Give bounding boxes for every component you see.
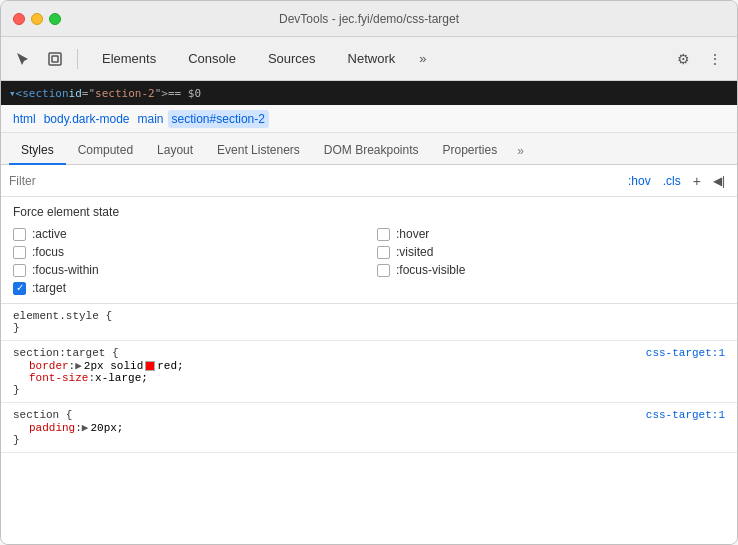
element-style-close: }	[13, 322, 20, 334]
toggle-sidebar-button[interactable]: ◀|	[709, 172, 729, 190]
element-attr-id: id	[69, 87, 82, 100]
padding-value: 20px;	[90, 422, 123, 434]
font-size-colon: :	[88, 372, 95, 384]
padding-colon: :	[75, 422, 82, 434]
breadcrumb-body[interactable]: body.dark-mode	[40, 110, 134, 128]
tab-network[interactable]: Network	[332, 45, 412, 72]
state-target-checkbox[interactable]	[13, 282, 26, 295]
subtab-styles[interactable]: Styles	[9, 137, 66, 165]
breadcrumb-html[interactable]: html	[9, 110, 40, 128]
svg-rect-0	[49, 53, 61, 65]
styles-panel: Force element state :active :hover :focu…	[1, 197, 737, 544]
breadcrumb-main[interactable]: main	[134, 110, 168, 128]
settings-icon[interactable]: ⚙	[669, 45, 697, 73]
subtab-properties[interactable]: Properties	[431, 137, 510, 165]
state-focus-visible-item: :focus-visible	[377, 263, 725, 277]
font-size-property-line: font-size : x-large;	[13, 372, 725, 384]
element-style-header: element.style {	[13, 310, 725, 322]
font-size-prop-name: font-size	[29, 372, 88, 384]
filter-bar: :hov .cls + ◀|	[1, 165, 737, 197]
state-hover-checkbox[interactable]	[377, 228, 390, 241]
subtabs-more-icon[interactable]: »	[509, 140, 532, 162]
state-focus-visible-label: :focus-visible	[396, 263, 465, 277]
border-value-after: red;	[157, 360, 183, 372]
section-selector: section {	[13, 409, 72, 421]
tab-elements[interactable]: Elements	[86, 45, 172, 72]
red-color-swatch[interactable]	[145, 361, 155, 371]
traffic-lights	[13, 13, 61, 25]
padding-expand-icon[interactable]: ▶	[82, 421, 89, 434]
font-size-value: x-large;	[95, 372, 148, 384]
state-focus-within-checkbox[interactable]	[13, 264, 26, 277]
subtab-layout[interactable]: Layout	[145, 137, 205, 165]
element-equals: == $0	[168, 87, 201, 100]
force-state-section: Force element state :active :hover :focu…	[1, 197, 737, 304]
hov-button[interactable]: :hov	[624, 172, 655, 190]
element-style-rule: element.style { }	[1, 304, 737, 341]
state-focus-label: :focus	[32, 245, 64, 259]
cls-button[interactable]: .cls	[659, 172, 685, 190]
section-close: }	[13, 434, 20, 446]
state-visited-checkbox[interactable]	[377, 246, 390, 259]
filter-actions: :hov .cls + ◀|	[624, 171, 729, 191]
section-target-close: }	[13, 384, 20, 396]
tab-console[interactable]: Console	[172, 45, 252, 72]
svg-rect-1	[52, 56, 58, 62]
state-active-item: :active	[13, 227, 361, 241]
border-value-before: 2px solid	[84, 360, 143, 372]
tab-sources[interactable]: Sources	[252, 45, 332, 72]
breadcrumb-section[interactable]: section#section-2	[168, 110, 269, 128]
minimize-button[interactable]	[31, 13, 43, 25]
state-focus-checkbox[interactable]	[13, 246, 26, 259]
border-colon: :	[69, 360, 76, 372]
toolbar-divider-1	[77, 49, 78, 69]
section-target-header: section:target { css-target:1	[13, 347, 725, 359]
border-prop-name: border	[29, 360, 69, 372]
subtab-computed[interactable]: Computed	[66, 137, 145, 165]
element-path: ▾<section	[9, 87, 69, 100]
maximize-button[interactable]	[49, 13, 61, 25]
element-attr-value: section-2	[95, 87, 155, 100]
section-header: section { css-target:1	[13, 409, 725, 421]
close-button[interactable]	[13, 13, 25, 25]
cursor-tool-icon[interactable]	[9, 45, 37, 73]
section-source[interactable]: css-target:1	[646, 409, 725, 421]
state-focus-within-item: :focus-within	[13, 263, 361, 277]
inspect-box-icon[interactable]	[41, 45, 69, 73]
more-options-icon[interactable]: ⋮	[701, 45, 729, 73]
main-toolbar: Elements Console Sources Network » ⚙ ⋮	[1, 37, 737, 81]
state-target-item: :target	[13, 281, 361, 295]
breadcrumb-bar: html body.dark-mode main section#section…	[1, 105, 737, 133]
element-info-bar: ▾<section id="section-2"> == $0	[1, 81, 737, 105]
section-target-source[interactable]: css-target:1	[646, 347, 725, 359]
state-visited-item: :visited	[377, 245, 725, 259]
toolbar-right: ⚙ ⋮	[669, 45, 729, 73]
main-tabs: Elements Console Sources Network »	[86, 45, 435, 72]
section-rule: section { css-target:1 padding : ▶ 20px;…	[1, 403, 737, 453]
state-active-label: :active	[32, 227, 67, 241]
add-rule-button[interactable]: +	[689, 171, 705, 191]
state-hover-item: :hover	[377, 227, 725, 241]
subtabs: Styles Computed Layout Event Listeners D…	[1, 133, 737, 165]
subtab-dom-breakpoints[interactable]: DOM Breakpoints	[312, 137, 431, 165]
element-style-selector: element.style {	[13, 310, 112, 322]
title-bar: DevTools - jec.fyi/demo/css-target	[1, 1, 737, 37]
force-state-title: Force element state	[13, 205, 725, 219]
force-state-grid: :active :hover :focus :visited :focus-wi…	[13, 227, 725, 295]
toolbar-more-icon[interactable]: »	[411, 47, 434, 70]
state-hover-label: :hover	[396, 227, 429, 241]
section-target-rule: section:target { css-target:1 border : ▶…	[1, 341, 737, 403]
padding-prop-name: padding	[29, 422, 75, 434]
filter-input[interactable]	[9, 174, 616, 188]
padding-property-line: padding : ▶ 20px;	[13, 421, 725, 434]
border-property-line: border : ▶ 2px solid red;	[13, 359, 725, 372]
css-rules: element.style { } section:target { css-t…	[1, 304, 737, 453]
section-target-selector: section:target {	[13, 347, 119, 359]
state-focus-item: :focus	[13, 245, 361, 259]
border-expand-icon[interactable]: ▶	[75, 359, 82, 372]
state-active-checkbox[interactable]	[13, 228, 26, 241]
subtab-event-listeners[interactable]: Event Listeners	[205, 137, 312, 165]
state-visited-label: :visited	[396, 245, 433, 259]
window-title: DevTools - jec.fyi/demo/css-target	[279, 12, 459, 26]
state-focus-visible-checkbox[interactable]	[377, 264, 390, 277]
